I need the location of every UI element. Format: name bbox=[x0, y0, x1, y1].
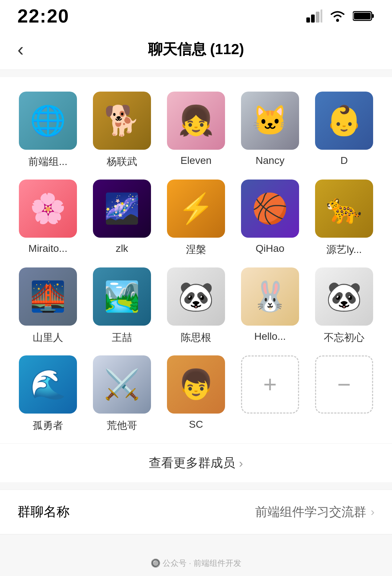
member-avatar: 🌊 bbox=[19, 355, 77, 414]
member-name: Eleven bbox=[180, 155, 212, 166]
member-item[interactable]: 👦SC bbox=[163, 355, 229, 432]
member-name: Miraito... bbox=[28, 243, 67, 254]
member-item[interactable]: 🐰Hello... bbox=[237, 267, 303, 345]
member-name: 陈思根 bbox=[181, 331, 211, 345]
member-item[interactable]: 🐱Nancy bbox=[237, 92, 303, 169]
svg-rect-1 bbox=[311, 15, 315, 23]
members-grid: 🌐前端组...🐕杨联武👧Eleven🐱Nancy👶D🌸Miraito...🌌zl… bbox=[15, 92, 377, 432]
member-name: 源艺ly... bbox=[326, 243, 362, 257]
member-name: 前端组... bbox=[28, 155, 67, 169]
member-name: QiHao bbox=[256, 243, 284, 254]
member-avatar: 🐰 bbox=[241, 267, 299, 326]
status-time: 22:20 bbox=[17, 5, 69, 27]
member-name: 不忘初心 bbox=[324, 331, 364, 345]
header-title: 聊天信息 (112) bbox=[148, 39, 244, 59]
member-avatar: 🌸 bbox=[19, 180, 77, 238]
wifi-icon bbox=[329, 9, 346, 23]
view-more-chevron: › bbox=[239, 456, 243, 470]
view-more-section: 查看更多群成员 › bbox=[0, 443, 392, 482]
member-name: SC bbox=[189, 419, 203, 430]
member-item[interactable]: 🐼陈思根 bbox=[163, 267, 229, 345]
member-item[interactable]: 🌊孤勇者 bbox=[15, 355, 81, 432]
view-more-label: 查看更多群成员 bbox=[149, 455, 235, 471]
member-item[interactable]: 👧Eleven bbox=[163, 92, 229, 169]
member-item[interactable]: 🌸Miraito... bbox=[15, 180, 81, 257]
member-avatar: ⚔️ bbox=[93, 355, 151, 414]
back-button[interactable]: ‹ bbox=[17, 40, 24, 59]
info-label: 群聊名称 bbox=[17, 503, 70, 521]
svg-point-4 bbox=[336, 19, 339, 22]
member-avatar: 🏀 bbox=[241, 180, 299, 238]
watermark-icon: 🔘 bbox=[151, 559, 160, 568]
member-avatar: 🌐 bbox=[19, 92, 77, 150]
watermark-text: 公众号 · 前端组件开发 bbox=[163, 558, 241, 569]
svg-rect-2 bbox=[316, 12, 319, 23]
info-chevron: › bbox=[371, 505, 375, 519]
member-item[interactable]: ⚡涅槃 bbox=[163, 180, 229, 257]
info-row-group-name[interactable]: 群聊名称前端组件学习交流群› bbox=[0, 490, 392, 534]
member-avatar: ⚡ bbox=[167, 180, 225, 238]
info-value: 前端组件学习交流群› bbox=[255, 504, 375, 520]
status-bar: 22:20 bbox=[0, 0, 392, 29]
member-item[interactable]: 👶D bbox=[311, 92, 377, 169]
member-avatar: 🐆 bbox=[315, 180, 373, 238]
member-name: D bbox=[340, 155, 348, 166]
watermark: 🔘 公众号 · 前端组件开发 bbox=[151, 558, 241, 569]
member-avatar: 🐼 bbox=[167, 267, 225, 326]
member-item[interactable]: 🌉山里人 bbox=[15, 267, 81, 345]
member-name: 王喆 bbox=[112, 331, 132, 345]
member-avatar: 👶 bbox=[315, 92, 373, 150]
status-icons bbox=[306, 9, 375, 23]
member-item[interactable]: 🌌zlk bbox=[89, 180, 155, 257]
member-avatar: 🌉 bbox=[19, 267, 77, 326]
member-avatar: 🐱 bbox=[241, 92, 299, 150]
member-name: 涅槃 bbox=[186, 243, 206, 257]
members-section: 🌐前端组...🐕杨联武👧Eleven🐱Nancy👶D🌸Miraito...🌌zl… bbox=[0, 77, 392, 443]
member-name: Nancy bbox=[256, 155, 284, 166]
svg-rect-3 bbox=[320, 9, 322, 23]
header: ‹ 聊天信息 (112) bbox=[0, 29, 392, 70]
member-name: 孤勇者 bbox=[33, 419, 63, 432]
member-avatar: 🏞️ bbox=[93, 267, 151, 326]
member-item[interactable]: ⚔️荒他哥 bbox=[89, 355, 155, 432]
member-avatar: 🌌 bbox=[93, 180, 151, 238]
member-item[interactable]: 🌐前端组... bbox=[15, 92, 81, 169]
member-name: 荒他哥 bbox=[107, 419, 137, 432]
member-item[interactable]: 🐕杨联武 bbox=[89, 92, 155, 169]
remove-member-slot[interactable]: − bbox=[311, 355, 377, 432]
svg-rect-6 bbox=[372, 14, 374, 18]
signal-icon bbox=[306, 9, 322, 23]
member-name: 杨联武 bbox=[107, 155, 137, 169]
add-button[interactable]: + bbox=[241, 355, 299, 414]
svg-rect-0 bbox=[306, 17, 310, 23]
member-avatar: 🐕 bbox=[93, 92, 151, 150]
remove-button[interactable]: − bbox=[315, 355, 373, 414]
member-item[interactable]: 🏞️王喆 bbox=[89, 267, 155, 345]
member-name: Hello... bbox=[254, 331, 286, 342]
info-section: 群聊名称前端组件学习交流群› bbox=[0, 490, 392, 535]
svg-rect-7 bbox=[354, 13, 371, 19]
member-avatar: 👧 bbox=[167, 92, 225, 150]
member-item[interactable]: 🐼不忘初心 bbox=[311, 267, 377, 345]
member-avatar: 👦 bbox=[167, 355, 225, 414]
info-value-text: 前端组件学习交流群 bbox=[255, 504, 366, 520]
view-more-button[interactable]: 查看更多群成员 › bbox=[149, 455, 243, 471]
member-name: 山里人 bbox=[33, 331, 63, 345]
add-member-slot[interactable]: + bbox=[237, 355, 303, 432]
member-avatar: 🐼 bbox=[315, 267, 373, 326]
member-item[interactable]: 🐆源艺ly... bbox=[311, 180, 377, 257]
battery-icon bbox=[353, 10, 375, 22]
member-name: zlk bbox=[116, 243, 128, 254]
member-item[interactable]: 🏀QiHao bbox=[237, 180, 303, 257]
